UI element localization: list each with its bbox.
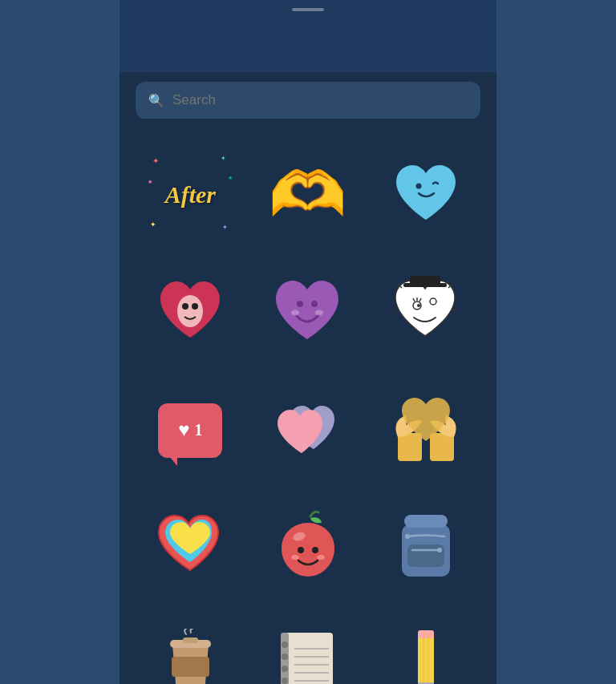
svg-point-6 — [291, 310, 299, 315]
blue-heart-emoji — [390, 160, 462, 231]
svg-rect-47 — [418, 630, 434, 638]
svg-point-23 — [298, 547, 304, 553]
svg-point-4 — [297, 301, 303, 307]
two-hearts-emoji — [270, 393, 346, 468]
like-heart-icon: ♥ — [178, 419, 189, 441]
sticker-colorful-heart[interactable]: 🫶 — [249, 136, 367, 254]
svg-rect-32 — [172, 657, 209, 677]
like-box: ♥ 1 — [158, 403, 222, 458]
sticker-coffee[interactable] — [132, 607, 249, 684]
like-number: 1 — [194, 421, 202, 439]
hands-heart-emoji — [386, 393, 466, 468]
svg-point-0 — [415, 183, 421, 188]
svg-line-11 — [452, 310, 459, 311]
sticker-apple[interactable] — [249, 489, 367, 607]
sticker-hands-heart[interactable] — [367, 371, 484, 489]
svg-rect-13 — [403, 283, 447, 287]
apple-emoji — [272, 508, 344, 588]
svg-point-15 — [430, 298, 436, 305]
backpack-emoji — [390, 508, 462, 588]
sticker-notebook[interactable] — [249, 607, 367, 684]
svg-point-26 — [317, 555, 325, 560]
top-bar — [120, 0, 496, 72]
svg-rect-34 — [183, 637, 198, 643]
svg-rect-20 — [398, 433, 422, 461]
sticker-rainbow-heart[interactable] — [132, 489, 249, 607]
sticker-backpack[interactable] — [367, 489, 484, 607]
phone-container: 🔍 ✦ ✦ ✦ ✦ ★ ★ After 🫶 — [120, 0, 496, 684]
after-label: After — [165, 181, 216, 208]
svg-point-1 — [177, 295, 203, 327]
svg-point-44 — [282, 666, 288, 672]
sticker-blue-heart[interactable] — [367, 136, 484, 254]
search-input[interactable] — [172, 92, 468, 108]
sticker-grid: ✦ ✦ ✦ ✦ ★ ★ After 🫶 — [120, 128, 496, 684]
svg-point-5 — [311, 301, 318, 307]
search-bar-container: 🔍 — [120, 72, 496, 128]
svg-point-30 — [405, 534, 410, 539]
sticker-two-hearts[interactable] — [249, 371, 367, 489]
svg-point-43 — [282, 654, 288, 660]
coffee-emoji — [160, 629, 221, 684]
rainbow-heart-emoji — [152, 510, 229, 585]
sticker-like[interactable]: ♥ 1 — [132, 371, 249, 489]
notebook-emoji — [277, 629, 339, 684]
pill-indicator — [292, 8, 324, 11]
svg-point-16 — [417, 304, 420, 307]
svg-point-3 — [192, 303, 198, 310]
search-icon: 🔍 — [148, 93, 164, 108]
pencil-emoji — [410, 629, 442, 684]
svg-rect-46 — [418, 633, 434, 684]
svg-rect-21 — [430, 433, 454, 461]
colorful-heart-emoji: 🫶 — [269, 164, 346, 226]
svg-line-10 — [391, 310, 399, 311]
svg-rect-35 — [283, 633, 333, 684]
sticker-pencil[interactable] — [367, 607, 484, 684]
svg-point-42 — [282, 642, 288, 648]
search-bar[interactable]: 🔍 — [136, 82, 480, 119]
purple-heart-emoji — [270, 273, 346, 353]
sticker-purple-heart[interactable] — [249, 254, 367, 372]
sticker-doodle-face[interactable] — [367, 254, 484, 372]
svg-point-25 — [291, 555, 299, 560]
svg-point-2 — [182, 303, 188, 310]
doodle-face-emoji — [387, 273, 464, 353]
sticker-red-heart-char[interactable] — [132, 254, 249, 372]
svg-point-29 — [437, 548, 442, 552]
red-heart-char-emoji — [152, 275, 229, 350]
svg-rect-31 — [404, 515, 448, 528]
sticker-after[interactable]: ✦ ✦ ✦ ✦ ★ ★ After — [132, 136, 249, 254]
svg-point-24 — [312, 547, 318, 553]
svg-point-7 — [315, 310, 323, 315]
svg-point-45 — [282, 678, 288, 684]
